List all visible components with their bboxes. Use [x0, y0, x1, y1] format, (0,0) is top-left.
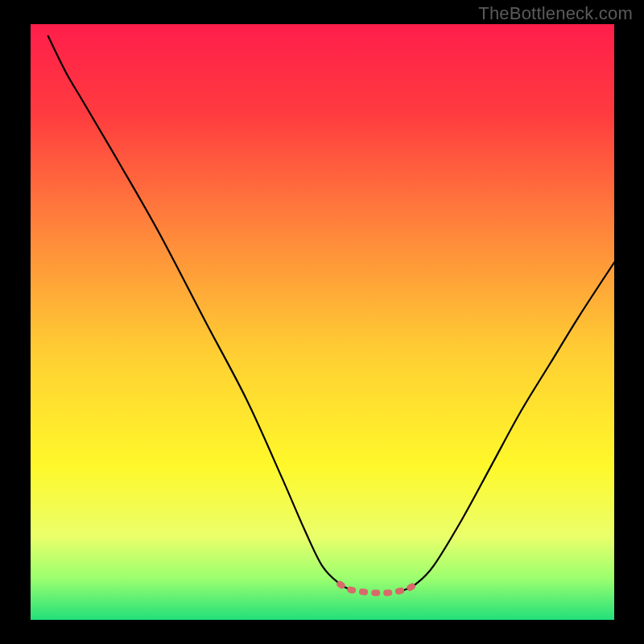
chart-plot-area — [31, 24, 614, 620]
chart-frame: TheBottleneck.com — [0, 0, 644, 644]
watermark-text: TheBottleneck.com — [478, 3, 633, 24]
chart-svg — [31, 24, 614, 620]
chart-background-gradient — [31, 24, 614, 620]
